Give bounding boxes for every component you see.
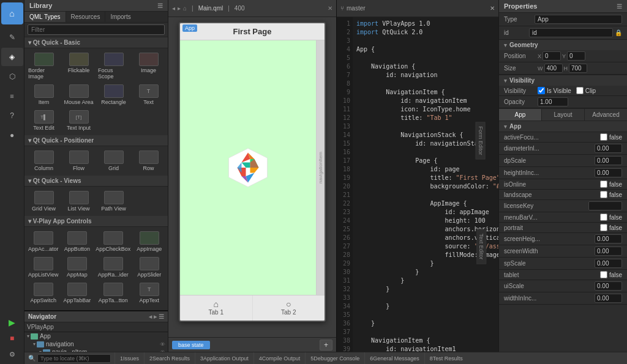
status-general-messages[interactable]: 6 General Messages — [365, 352, 425, 364]
clip-checkbox[interactable] — [576, 87, 584, 94]
locate-input[interactable] — [37, 354, 111, 363]
visibility-checkbox[interactable] — [538, 87, 545, 94]
library-menu-icon[interactable]: ☰ — [157, 2, 163, 9]
tab-advanced[interactable]: Advanced — [585, 109, 627, 121]
list-item[interactable]: Grid — [97, 149, 130, 173]
navigator-nav-prev[interactable]: ◂ — [149, 313, 152, 320]
list-item[interactable]: Flow — [62, 149, 96, 173]
canvas-home[interactable]: ⌂ — [183, 5, 187, 12]
edit-button[interactable]: ✎ — [1, 28, 23, 46]
list-item[interactable]: TText — [132, 83, 165, 107]
nav-item-app[interactable]: ▾ App — [24, 332, 168, 340]
tab-app[interactable]: App — [499, 109, 542, 121]
uiscale-input[interactable] — [595, 281, 622, 291]
diameter-input[interactable] — [595, 144, 622, 153]
list-item[interactable]: Rectangle — [97, 83, 130, 107]
tab2-label[interactable]: ○ Tab 2 — [253, 295, 325, 321]
navigator-nav-next[interactable]: ▸ — [154, 313, 157, 320]
list-item[interactable]: Border Image — [27, 51, 61, 81]
list-item[interactable]: T▌Text Edit — [27, 108, 61, 133]
list-item[interactable]: AppTa...tton — [94, 281, 132, 305]
list-item[interactable]: Grid View — [27, 189, 61, 214]
run-button[interactable]: ▶ — [1, 315, 23, 330]
list-item[interactable]: [T]Text Input — [62, 108, 96, 133]
section-qt-basic[interactable]: ▾ Qt Quick - Basic — [24, 37, 168, 48]
nav-eye-nav[interactable]: 👁 — [160, 341, 165, 347]
tab-qml-types[interactable]: QML Types — [24, 12, 66, 22]
height-input[interactable] — [595, 168, 622, 177]
list-item[interactable]: Path View — [97, 189, 130, 214]
list-item[interactable]: TAppText — [133, 281, 165, 305]
list-item[interactable]: AppCheckBox — [94, 229, 132, 254]
list-item[interactable]: AppSlider — [133, 255, 165, 280]
type-input[interactable] — [535, 15, 622, 24]
licensekey-input[interactable] — [588, 201, 622, 210]
list-item[interactable]: AppSwitch — [27, 281, 60, 305]
debug-button[interactable]: ⬡ — [1, 67, 23, 86]
activefocus-checkbox[interactable] — [600, 133, 607, 141]
docs-button[interactable]: ? — [1, 106, 23, 125]
status-compile-output[interactable]: 4 Compile Output — [254, 352, 306, 364]
tab1-label[interactable]: ⌂ Tab 1 — [180, 295, 253, 321]
projects-button[interactable]: ≡ — [1, 87, 23, 105]
status-app-output[interactable]: 3 Application Output — [195, 352, 254, 364]
opacity-input[interactable] — [538, 97, 568, 106]
filter-input[interactable] — [28, 24, 165, 35]
section-qt-positioner[interactable]: ▾ Qt Quick - Positioner — [24, 135, 168, 146]
props-menu[interactable]: ☰ — [617, 3, 622, 10]
screenheight-input[interactable] — [595, 234, 622, 243]
canvas-close[interactable]: ✕ — [328, 5, 332, 12]
list-item[interactable]: AppTabBar — [61, 281, 94, 305]
tablet-checkbox[interactable] — [600, 271, 607, 278]
menubar-checkbox[interactable] — [600, 214, 607, 221]
tab-layout[interactable]: Layout — [542, 109, 585, 121]
x-input[interactable] — [543, 51, 561, 61]
status-issues[interactable]: 1 Issues — [115, 352, 145, 364]
section-qt-views[interactable]: ▾ Qt Quick - Views — [24, 176, 168, 187]
list-item[interactable]: AppImage — [133, 229, 165, 254]
list-item[interactable]: Image — [132, 51, 165, 81]
list-item[interactable]: AppListView — [27, 255, 60, 280]
state-button[interactable]: base state — [172, 341, 210, 349]
welcome-button[interactable]: ⌂ — [1, 2, 23, 24]
spscale-input[interactable] — [595, 259, 622, 268]
visibility-section-header[interactable]: ▾ Visibility — [499, 75, 627, 86]
list-item[interactable]: AppMap — [61, 255, 94, 280]
geometry-section-header[interactable]: ▾ Geometry — [499, 40, 627, 50]
list-item[interactable]: Flickable — [62, 51, 96, 81]
h-input[interactable] — [569, 64, 587, 73]
status-test-results[interactable]: 8 Test Results — [425, 352, 468, 364]
canvas-nav-back[interactable]: ◂ — [172, 5, 175, 12]
list-item[interactable]: AppAc...ator — [27, 229, 60, 254]
section-vplay-controls[interactable]: ▾ V-Play App Controls — [24, 216, 168, 227]
add-state-button[interactable]: + — [320, 340, 332, 351]
w-input[interactable] — [544, 64, 563, 73]
landscape-checkbox[interactable] — [600, 191, 607, 198]
dpscale-input[interactable] — [595, 156, 622, 165]
screenwidth-input[interactable] — [595, 247, 622, 256]
status-debugger-console[interactable]: 5 Debugger Console — [306, 352, 365, 364]
code-close[interactable]: ✕ — [490, 5, 495, 12]
build-button[interactable]: ⚙ — [1, 347, 23, 362]
list-item[interactable]: AppRa...ider — [94, 255, 132, 280]
id-input[interactable] — [529, 28, 613, 37]
list-item[interactable]: AppButton — [61, 229, 94, 254]
widthinc-input[interactable] — [595, 294, 622, 303]
stop-button[interactable]: ■ — [1, 331, 23, 346]
list-item[interactable]: Item — [27, 83, 61, 107]
id-lock-icon[interactable]: 🔒 — [615, 29, 622, 36]
help-button[interactable]: ● — [1, 126, 23, 144]
y-input[interactable] — [567, 51, 585, 61]
isonline-checkbox[interactable] — [600, 180, 607, 188]
tab-resources[interactable]: Resources — [66, 12, 106, 22]
navigator-menu[interactable]: ☰ — [159, 313, 164, 320]
canvas-nav-forward[interactable]: ▸ — [178, 5, 181, 12]
portrait-checkbox[interactable] — [600, 224, 607, 231]
list-item[interactable]: Mouse Area — [62, 83, 96, 107]
tab-imports[interactable]: Imports — [105, 12, 135, 22]
nav-item-navigation[interactable]: ▾ navigation 👁 — [24, 340, 168, 348]
list-item[interactable]: List View — [62, 189, 96, 214]
list-item[interactable]: Row — [132, 149, 165, 173]
status-search-results[interactable]: 2 Search Results — [145, 352, 195, 364]
design-button[interactable]: ◈ — [1, 48, 23, 66]
